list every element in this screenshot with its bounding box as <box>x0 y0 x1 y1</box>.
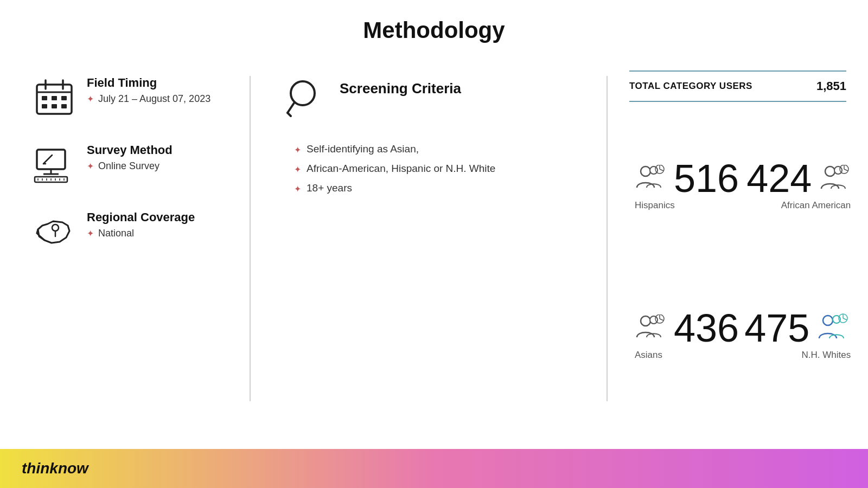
main-content: Field Timing ✦ July 21 – August 07, 2023 <box>0 54 868 423</box>
nh-whites-number: 475 <box>744 309 809 348</box>
svg-line-47 <box>843 318 847 320</box>
stats-grid: 516 Hispanics 424 <box>629 113 846 407</box>
map-icon <box>33 210 76 256</box>
stat-nh-whites: 475 N.H. Whites <box>744 262 856 407</box>
right-panel: TOTAL CATEGORY USERS 1,851 <box>608 54 868 423</box>
field-timing-value: July 21 – August 07, 2023 <box>98 93 210 105</box>
regional-coverage-value: National <box>98 228 134 239</box>
svg-rect-5 <box>52 96 57 100</box>
nh-whites-label: N.H. Whites <box>802 350 851 361</box>
screening-title: Screening Criteria <box>340 80 461 97</box>
svg-line-26 <box>288 103 294 113</box>
page-title: Methodology <box>0 17 868 43</box>
nh-whites-number-row: 475 <box>744 309 851 348</box>
pin-icon-1: ✦ <box>87 94 94 104</box>
regional-coverage-label: Regional Coverage <box>87 210 195 224</box>
svg-point-38 <box>641 316 650 326</box>
svg-rect-4 <box>42 96 47 100</box>
svg-line-37 <box>844 169 848 171</box>
magnifier-icon <box>283 76 327 127</box>
pin-icon-3: ✦ <box>87 228 94 239</box>
total-category-value: 1,851 <box>816 79 846 93</box>
svg-rect-9 <box>61 104 67 108</box>
pin-icon-2: ✦ <box>87 161 94 171</box>
criteria-text-2: African-American, Hispanic or N.H. White <box>307 163 495 175</box>
left-panel: Field Timing ✦ July 21 – August 07, 2023 <box>0 54 250 423</box>
stat-asians: 436 Asians <box>629 262 739 407</box>
svg-line-27 <box>288 113 291 116</box>
middle-panel: Screening Criteria ✦ Self-identifying as… <box>251 54 607 423</box>
svg-point-43 <box>823 316 833 325</box>
criteria-item-1: ✦ Self-identifying as Asian, <box>294 143 574 155</box>
computer-icon <box>33 143 76 189</box>
brand-name: thinknow <box>22 460 88 477</box>
hispanics-number: 516 <box>674 159 739 198</box>
african-american-label: African American <box>781 200 851 211</box>
svg-rect-7 <box>42 104 47 108</box>
asians-number-row: 436 <box>635 309 739 348</box>
total-category-label: TOTAL CATEGORY USERS <box>629 81 752 92</box>
pin-icon-c3: ✦ <box>294 184 301 194</box>
criteria-item-2: ✦ African-American, Hispanic or N.H. Whi… <box>294 163 574 175</box>
field-timing-label: Field Timing <box>87 76 210 90</box>
asians-icon <box>635 314 667 342</box>
svg-point-29 <box>650 166 658 174</box>
survey-method-text: Survey Method ✦ Online Survey <box>87 143 173 172</box>
svg-line-32 <box>660 169 663 171</box>
criteria-text-1: Self-identifying as Asian, <box>307 143 419 155</box>
svg-point-23 <box>52 224 59 231</box>
pin-icon-c1: ✦ <box>294 145 301 155</box>
regional-coverage-text: Regional Coverage ✦ National <box>87 210 195 239</box>
field-timing-block: Field Timing ✦ July 21 – August 07, 2023 <box>33 76 217 121</box>
field-timing-text: Field Timing ✦ July 21 – August 07, 2023 <box>87 76 210 105</box>
svg-point-34 <box>834 166 842 174</box>
total-header: TOTAL CATEGORY USERS 1,851 <box>629 70 846 102</box>
footer-bar: thinknow <box>0 449 868 488</box>
survey-method-label: Survey Method <box>87 143 173 157</box>
regional-coverage-block: Regional Coverage ✦ National <box>33 210 217 256</box>
african-american-number: 424 <box>746 159 812 198</box>
african-american-icon <box>818 165 851 192</box>
criteria-text-3: 18+ years <box>307 182 352 194</box>
hispanics-number-row: 516 <box>635 159 739 198</box>
svg-line-42 <box>660 319 663 320</box>
survey-method-value: Online Survey <box>98 160 159 172</box>
svg-point-39 <box>650 316 658 324</box>
svg-line-13 <box>43 155 52 164</box>
african-american-number-row: 424 <box>746 159 851 198</box>
pin-icon-c2: ✦ <box>294 164 301 175</box>
nh-whites-icon <box>816 313 851 343</box>
asians-number: 436 <box>674 309 739 348</box>
asians-label: Asians <box>635 350 662 361</box>
stat-african-american: 424 African American <box>744 113 856 257</box>
svg-rect-10 <box>37 150 65 169</box>
criteria-item-3: ✦ 18+ years <box>294 182 574 194</box>
svg-point-25 <box>291 81 315 105</box>
calendar-icon <box>33 76 76 121</box>
svg-point-33 <box>825 166 835 176</box>
criteria-list: ✦ Self-identifying as Asian, ✦ African-A… <box>283 143 574 194</box>
svg-rect-8 <box>52 104 57 108</box>
stat-hispanics: 516 Hispanics <box>629 113 739 257</box>
hispanics-label: Hispanics <box>635 200 675 211</box>
hispanics-icon <box>635 165 667 192</box>
survey-method-block: Survey Method ✦ Online Survey <box>33 143 217 189</box>
screening-header: Screening Criteria <box>283 76 574 127</box>
svg-point-28 <box>641 166 650 176</box>
page-header: Methodology <box>0 0 868 54</box>
svg-rect-6 <box>61 96 67 100</box>
